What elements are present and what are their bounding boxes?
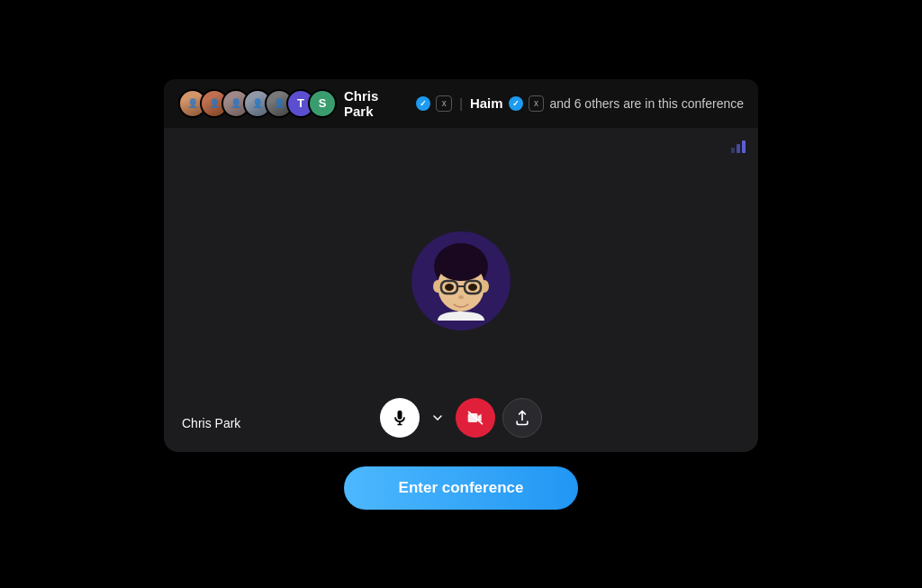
participant-info: Chris Park x | Haim x and 6 others are i… <box>344 88 744 119</box>
svg-point-2 <box>436 245 486 281</box>
signal-bar-2 <box>737 144 740 153</box>
user1-name: Chris Park <box>344 88 411 119</box>
user-face-svg <box>425 241 497 321</box>
mic-options-button[interactable] <box>427 407 448 429</box>
user2-name: Haim <box>470 95 503 111</box>
signal-bar-3 <box>742 140 746 153</box>
conference-container: 👤 👤 👤 👤 👤 T S Chris Park x <box>164 79 758 510</box>
user1-tag[interactable]: x <box>436 95 452 112</box>
video-off-button[interactable] <box>456 398 495 438</box>
separator: | <box>459 96 463 111</box>
enter-conference-button[interactable]: Enter conference <box>344 466 578 510</box>
signal-bar-1 <box>731 148 735 153</box>
video-area: Chris Park <box>164 128 758 452</box>
signal-icon <box>731 140 746 153</box>
svg-point-10 <box>458 295 464 299</box>
share-button[interactable] <box>502 398 542 438</box>
user2-tag[interactable]: x <box>529 95 545 112</box>
controls-row <box>164 398 758 438</box>
user2-verified-badge <box>509 96 523 111</box>
participants-bar: 👤 👤 👤 👤 👤 T S Chris Park x <box>164 79 758 128</box>
others-text: and 6 others are in this conference <box>549 96 744 111</box>
avatar-stack: 👤 👤 👤 👤 👤 T S <box>178 89 337 118</box>
mic-button[interactable] <box>380 398 420 438</box>
svg-point-9 <box>468 284 477 291</box>
avatar-p7: S <box>308 89 337 118</box>
user1-verified-badge <box>416 96 430 111</box>
user-avatar-large <box>411 231 511 330</box>
svg-point-8 <box>445 284 454 291</box>
